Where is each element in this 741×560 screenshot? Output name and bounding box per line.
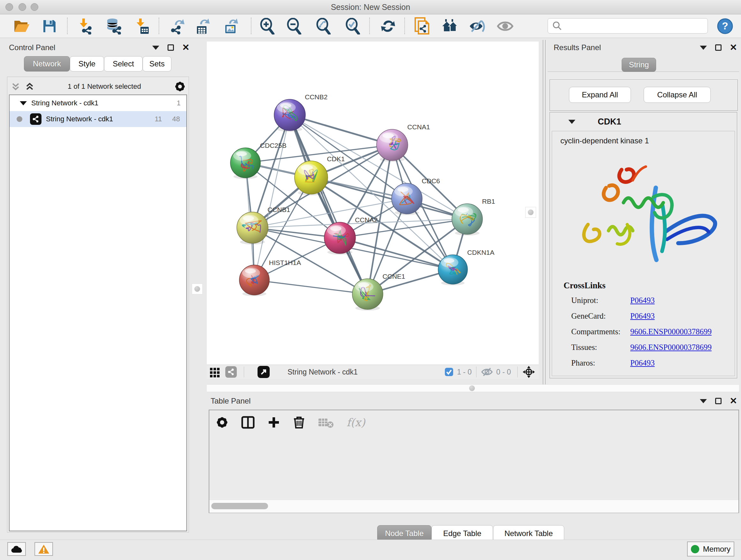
main-toolbar: ?: [0, 14, 741, 38]
uniprot-link[interactable]: P06493: [630, 296, 655, 305]
zoom-out-icon[interactable]: [285, 17, 304, 36]
network-node-HIST1H1A[interactable]: HIST1H1A: [239, 259, 301, 296]
export-image-icon[interactable]: [222, 17, 240, 36]
network-node-CCNA1[interactable]: CCNA1: [377, 123, 430, 162]
open-session-icon[interactable]: [12, 17, 31, 36]
delete-table-icon-disabled: [318, 417, 334, 428]
node-label: CDC6: [422, 177, 440, 185]
table-options-gear-icon[interactable]: [216, 416, 228, 429]
network-edge-CDK1-RB1[interactable]: [311, 178, 467, 219]
left-splitter-handle[interactable]: [192, 284, 203, 294]
network-snapshot-icon[interactable]: [413, 17, 431, 36]
network-edge-CCNB2-HIST1H1A[interactable]: [254, 115, 290, 280]
collapse-panel-icon[interactable]: [700, 46, 707, 50]
scrollbar-thumb[interactable]: [211, 503, 268, 509]
node-label: CDC25B: [260, 142, 286, 149]
network-node-CCNB1[interactable]: CCNB1: [237, 206, 290, 244]
results-splitter-line[interactable]: [543, 40, 545, 384]
import-network-from-database-icon[interactable]: [104, 17, 123, 36]
show-columns-icon[interactable]: [241, 416, 255, 429]
show-all-icon[interactable]: [496, 17, 515, 36]
genecard-link[interactable]: P06493: [630, 312, 655, 320]
string-home-icon[interactable]: [441, 17, 459, 36]
zoom-in-icon[interactable]: [258, 17, 277, 36]
float-panel-icon[interactable]: [715, 398, 722, 404]
collapse-all-networks-icon[interactable]: [25, 82, 35, 91]
network-options-gear-icon[interactable]: [174, 81, 186, 92]
hide-selected-icon[interactable]: [468, 17, 487, 36]
add-column-icon[interactable]: [267, 416, 280, 429]
tab-network[interactable]: Network: [24, 56, 70, 71]
table-panel-box: f(x) shared name name canonical name dat…: [209, 410, 739, 513]
selected-nodes-checkbox-icon[interactable]: [444, 367, 454, 377]
tab-sets[interactable]: Sets: [143, 56, 172, 71]
hidden-eye-slash-icon[interactable]: [481, 367, 493, 377]
network-row[interactable]: String Network - cdk1 11 48: [10, 111, 186, 127]
node-label: CCNA2: [355, 216, 378, 224]
gene-card-header[interactable]: CDK1: [550, 112, 737, 131]
memory-label: Memory: [703, 545, 731, 554]
cloud-status-button[interactable]: [7, 542, 26, 556]
network-node-RB1[interactable]: RB1: [452, 198, 495, 235]
toolbar-separator: [251, 17, 252, 34]
gene-card-expander-icon[interactable]: [568, 120, 576, 124]
float-panel-icon[interactable]: [167, 44, 174, 51]
node-label: RB1: [482, 198, 495, 205]
import-network-from-file-icon[interactable]: [76, 17, 94, 36]
string-view-icon[interactable]: [225, 366, 237, 378]
horizontal-splitter-handle[interactable]: [469, 385, 475, 391]
network-node-CDK1[interactable]: CDK1: [294, 155, 345, 196]
save-session-icon[interactable]: [40, 17, 59, 36]
memory-status-dot: [691, 545, 699, 553]
table-toolbar: f(x): [209, 410, 738, 435]
tab-string-results[interactable]: String: [622, 58, 656, 72]
export-network-icon[interactable]: [168, 17, 187, 36]
refresh-network-icon[interactable]: [379, 17, 397, 36]
horizontal-splitter[interactable]: [207, 384, 739, 392]
network-node-CCNB2[interactable]: CCNB2: [274, 93, 327, 132]
network-canvas[interactable]: CCNB2CCNA1CDC25BCDK1CDC6RB1CCNB1CCNA2CDK…: [207, 42, 539, 365]
node-label: CCNB1: [267, 206, 290, 213]
tissues-link[interactable]: 9606.ENSP00000378699: [630, 343, 712, 352]
grid-view-icon[interactable]: [209, 367, 220, 377]
network-edge-HIST1H1A-CCNE1[interactable]: [254, 280, 367, 294]
float-panel-icon[interactable]: [715, 44, 722, 51]
statusbar-divider: [244, 367, 244, 377]
right-splitter-handle[interactable]: [525, 207, 536, 218]
close-panel-icon[interactable]: ✕: [730, 44, 737, 51]
network-selection-summary: 1 of 1 Network selected: [35, 82, 174, 91]
collapse-panel-icon[interactable]: [152, 46, 159, 50]
zoom-selected-region-icon[interactable]: [344, 17, 362, 36]
crosslinks-title: CrossLinks: [563, 281, 735, 291]
birds-eye-pan-icon[interactable]: [522, 365, 536, 379]
close-panel-icon[interactable]: ✕: [730, 398, 737, 404]
expand-all-networks-icon[interactable]: [11, 82, 20, 91]
search-input[interactable]: [564, 21, 708, 30]
pharos-link[interactable]: P06493: [630, 359, 655, 367]
detach-view-icon[interactable]: [258, 366, 270, 378]
gene-description: cyclin-dependent kinase 1: [560, 136, 735, 145]
collapse-panel-icon[interactable]: [700, 399, 707, 403]
collapse-all-button[interactable]: Collapse All: [644, 87, 711, 103]
network-edge-CCNB2-CCNE1[interactable]: [290, 115, 367, 294]
toolbar-separator: [67, 17, 68, 34]
search-box: [548, 18, 708, 34]
crosslink-row: Tissues:9606.ENSP00000378699: [571, 340, 735, 356]
expand-all-button[interactable]: Expand All: [569, 87, 631, 103]
network-collection-row[interactable]: String Network - cdk1 1: [10, 95, 186, 111]
table-horizontal-scrollbar[interactable]: [209, 500, 738, 513]
compartments-link[interactable]: 9606.ENSP00000378699: [630, 327, 712, 336]
network-node-CDKN1A[interactable]: CDKN1A: [438, 249, 494, 285]
import-table-from-file-icon[interactable]: [132, 17, 151, 36]
tab-select[interactable]: Select: [104, 56, 143, 71]
zoom-fit-content-icon[interactable]: [314, 17, 333, 36]
close-panel-icon[interactable]: ✕: [182, 44, 190, 51]
help-icon[interactable]: ?: [716, 17, 734, 36]
memory-button[interactable]: Memory: [687, 542, 734, 557]
export-table-icon[interactable]: [193, 17, 212, 36]
tab-style[interactable]: Style: [70, 56, 104, 71]
delete-column-icon[interactable]: [293, 416, 305, 429]
warnings-button[interactable]: [35, 542, 53, 556]
tree-expander-icon[interactable]: [20, 101, 27, 105]
node-label: CCNA1: [407, 123, 430, 131]
